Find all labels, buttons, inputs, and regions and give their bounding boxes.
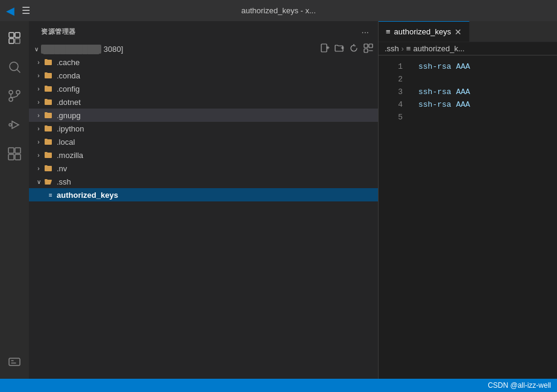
breadcrumb-file: authorized_k... bbox=[413, 44, 464, 53]
root-folder-row[interactable]: ∨ ██████████ 3080] bbox=[29, 42, 378, 55]
refresh-icon[interactable] bbox=[349, 43, 359, 55]
folder-icon bbox=[43, 163, 53, 173]
breadcrumb: .ssh › ≡ authorized_k... bbox=[379, 42, 557, 55]
svg-rect-2 bbox=[9, 39, 14, 43]
file-tree[interactable]: ∨ ██████████ 3080] bbox=[29, 42, 378, 379]
chevron-right-icon: › bbox=[34, 137, 43, 147]
folder-icon bbox=[43, 71, 53, 80]
svg-rect-15 bbox=[15, 154, 20, 160]
file-lines-icon: ≡ bbox=[46, 190, 55, 200]
svg-point-4 bbox=[10, 62, 18, 71]
folder-icon bbox=[43, 150, 53, 160]
activity-extensions[interactable] bbox=[2, 142, 27, 166]
tree-item-conda-label: .conda bbox=[57, 71, 80, 80]
line-number-4: 4 bbox=[379, 98, 403, 111]
breadcrumb-ssh[interactable]: .ssh bbox=[385, 44, 399, 53]
folder-icon bbox=[43, 84, 53, 93]
activity-source-control[interactable] bbox=[2, 84, 27, 108]
status-bar: CSDN @all-izz-well bbox=[0, 379, 557, 392]
svg-line-5 bbox=[17, 70, 20, 73]
activity-remote[interactable] bbox=[2, 350, 27, 374]
svg-rect-24 bbox=[364, 44, 368, 48]
folder-open-icon bbox=[43, 177, 53, 186]
svg-marker-10 bbox=[12, 121, 19, 128]
tree-item-nv-label: .nv bbox=[57, 164, 67, 173]
tree-item-authorized-keys[interactable]: ≡ authorized_keys bbox=[29, 188, 378, 201]
activity-run-debug[interactable] bbox=[2, 113, 27, 137]
tree-item-nv[interactable]: › .nv bbox=[29, 162, 378, 175]
activity-bar bbox=[0, 21, 29, 379]
tree-item-local-label: .local bbox=[57, 138, 75, 147]
svg-point-7 bbox=[16, 90, 20, 94]
svg-rect-0 bbox=[9, 33, 14, 37]
root-folder-label: 3080] bbox=[104, 45, 124, 54]
svg-point-11 bbox=[9, 124, 11, 126]
tree-item-ssh-label: .ssh bbox=[57, 177, 71, 186]
editor-area: ≡ authorized_keys ✕ .ssh › ≡ authorized_… bbox=[379, 21, 557, 379]
breadcrumb-file-icon: ≡ bbox=[406, 44, 411, 53]
code-line-4: ssh-rsa AAA bbox=[418, 98, 557, 111]
breadcrumb-separator: › bbox=[401, 45, 404, 53]
sidebar-header: 资源管理器 ··· bbox=[29, 21, 378, 42]
tree-item-cache-label: .cache bbox=[57, 58, 80, 67]
line-numbers: 1 2 3 4 5 bbox=[379, 55, 409, 379]
tab-bar: ≡ authorized_keys ✕ bbox=[379, 21, 557, 42]
tab-close-icon[interactable]: ✕ bbox=[455, 27, 462, 37]
code-line-2 bbox=[418, 73, 557, 86]
chevron-right-icon: › bbox=[34, 84, 43, 93]
tree-item-gnupg[interactable]: › .gnupg bbox=[29, 109, 378, 122]
root-chevron-down-icon: ∨ bbox=[31, 44, 41, 54]
tab-file-icon: ≡ bbox=[386, 27, 391, 36]
tree-item-mozilla-label: .mozilla bbox=[57, 151, 83, 160]
chevron-right-icon: › bbox=[34, 124, 43, 133]
folder-icon bbox=[43, 110, 53, 120]
svg-rect-26 bbox=[364, 49, 368, 52]
svg-point-8 bbox=[9, 98, 13, 101]
status-bar-text: CSDN @all-izz-well bbox=[488, 381, 551, 390]
chevron-right-icon: › bbox=[34, 150, 43, 160]
tree-item-config[interactable]: › .config bbox=[29, 82, 378, 95]
line-number-1: 1 bbox=[379, 60, 403, 73]
tree-item-ipython[interactable]: › .ipython bbox=[29, 122, 378, 135]
line-number-5: 5 bbox=[379, 111, 403, 124]
line-number-2: 2 bbox=[379, 73, 403, 86]
folder-icon bbox=[43, 137, 53, 147]
folder-icon bbox=[43, 57, 53, 67]
tree-item-mozilla[interactable]: › .mozilla bbox=[29, 148, 378, 162]
svg-point-6 bbox=[9, 90, 13, 94]
tree-item-config-label: .config bbox=[57, 84, 80, 93]
svg-rect-16 bbox=[9, 358, 20, 365]
svg-rect-19 bbox=[321, 44, 327, 52]
sidebar-toolbar bbox=[315, 43, 378, 55]
code-line-3: ssh-rsa AAA bbox=[418, 86, 557, 98]
new-folder-icon[interactable] bbox=[335, 43, 344, 55]
sidebar-title: 资源管理器 bbox=[41, 27, 76, 36]
tree-item-ssh[interactable]: ∨ .ssh bbox=[29, 175, 378, 188]
vscode-logo: ◀ bbox=[6, 4, 14, 17]
tree-item-cache[interactable]: › .cache bbox=[29, 55, 378, 69]
tree-item-gnupg-label: .gnupg bbox=[57, 111, 81, 120]
chevron-right-icon: › bbox=[34, 57, 43, 67]
tab-authorized-keys[interactable]: ≡ authorized_keys ✕ bbox=[379, 21, 470, 42]
activity-explorer[interactable] bbox=[2, 26, 27, 50]
svg-rect-12 bbox=[8, 148, 14, 153]
tree-item-authorized-keys-label: authorized_keys bbox=[57, 191, 118, 200]
chevron-right-icon: › bbox=[34, 163, 43, 173]
tree-item-dotnet[interactable]: › .dotnet bbox=[29, 95, 378, 109]
folder-icon bbox=[43, 124, 53, 133]
menu-icon[interactable]: ☰ bbox=[22, 5, 30, 16]
titlebar-title: authorized_keys - x... bbox=[241, 6, 316, 15]
editor-content[interactable]: 1 2 3 4 5 ssh-rsa AAA ssh-rsa AAA ssh-rs… bbox=[379, 55, 557, 379]
new-file-icon[interactable] bbox=[320, 43, 330, 55]
titlebar: ◀ ☰ authorized_keys - x... bbox=[0, 0, 557, 21]
activity-search[interactable] bbox=[2, 55, 27, 79]
sidebar-more-icon[interactable]: ··· bbox=[359, 25, 371, 39]
tree-item-ipython-label: .ipython bbox=[57, 124, 84, 133]
tree-item-local[interactable]: › .local bbox=[29, 135, 378, 148]
chevron-right-icon: › bbox=[34, 110, 43, 120]
svg-rect-25 bbox=[369, 44, 373, 48]
tree-item-dotnet-label: .dotnet bbox=[57, 98, 81, 107]
collapse-all-icon[interactable] bbox=[363, 43, 373, 55]
code-editor[interactable]: ssh-rsa AAA ssh-rsa AAA ssh-rsa AAA bbox=[409, 55, 557, 379]
tree-item-conda[interactable]: › .conda bbox=[29, 69, 378, 82]
